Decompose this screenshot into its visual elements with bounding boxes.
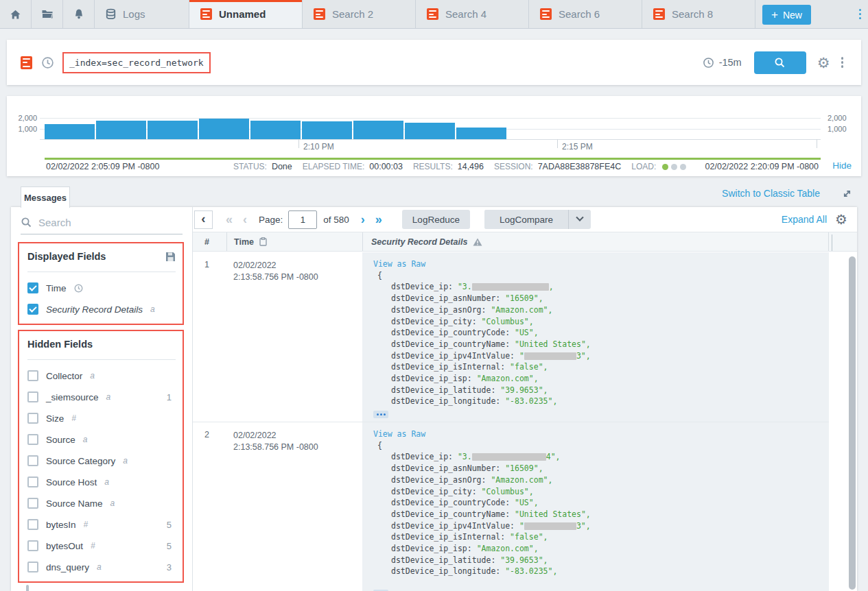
field-checkbox[interactable]: [27, 519, 38, 530]
field-count: 3: [167, 562, 176, 572]
field-checkbox[interactable]: [26, 585, 29, 591]
view-as-raw-link[interactable]: View as Raw: [373, 429, 829, 440]
vertical-scrollbar[interactable]: [849, 256, 856, 590]
document-icon: [314, 8, 325, 20]
hidden-field-row: bytesIn#5: [27, 519, 176, 530]
query-history-icon[interactable]: [41, 56, 54, 69]
x-tick-label: 2:15 PM: [562, 142, 593, 152]
page-number-input[interactable]: [288, 210, 317, 229]
field-search: [21, 217, 183, 234]
redacted-value: [524, 522, 576, 530]
results-pane: ‹ « ‹ Page: of 580 › » LogReduce LogComp…: [193, 207, 857, 591]
column-resize-handle[interactable]: [832, 234, 832, 251]
json-line: dstDevice_ip_isInternal: "false",: [373, 531, 829, 543]
row-json-details: View as Raw{dstDevice_ip: "3.4",dstDevic…: [362, 422, 829, 591]
view-as-raw-link[interactable]: View as Raw: [373, 258, 829, 270]
log-row: 202/02/20222:13:58.756 PM -0800View as R…: [193, 422, 829, 591]
fullscreen-expand-icon[interactable]: [841, 188, 853, 200]
histogram-bar[interactable]: [456, 128, 506, 139]
last-page-icon[interactable]: »: [375, 213, 382, 226]
tab-search-4[interactable]: Search 4: [416, 0, 529, 28]
field-label: Security Record Details: [46, 304, 143, 315]
field-checkbox[interactable]: [27, 434, 38, 445]
tab-label: Search 6: [559, 8, 600, 20]
first-page-icon[interactable]: «: [226, 213, 233, 226]
tab-search-8[interactable]: Search 8: [642, 0, 755, 28]
search-settings-gear-icon[interactable]: ⚙: [817, 56, 830, 70]
histogram-bar[interactable]: [96, 121, 146, 139]
field-checkbox[interactable]: [27, 455, 38, 466]
tab-logs[interactable]: Logs: [95, 0, 189, 28]
histogram-bar[interactable]: [148, 121, 198, 139]
field-type-marker: a: [97, 562, 102, 572]
field-checkbox[interactable]: [27, 477, 38, 487]
json-line: dstDevice_ip_asnNumber: "16509",: [373, 293, 829, 304]
json-line: dstDevice_ip_asnOrg: "Amazon.com",: [373, 474, 829, 486]
home-button[interactable]: [0, 0, 32, 28]
results-label: RESULTS:: [413, 162, 453, 171]
field-search-input[interactable]: [38, 217, 162, 228]
field-checkbox[interactable]: [27, 498, 38, 509]
tab-messages[interactable]: Messages: [21, 186, 70, 208]
collapse-sidebar-button[interactable]: ‹: [194, 210, 213, 229]
field-label: bytesOut: [46, 541, 83, 551]
histogram-bar[interactable]: [353, 121, 403, 139]
prev-page-icon[interactable]: ‹: [243, 213, 247, 226]
field-label: Size: [46, 413, 64, 424]
search-more-options-icon[interactable]: [837, 57, 848, 68]
json-line: dstDevice_ip_countryCode: "US",: [373, 327, 829, 339]
topbar-more-options-icon[interactable]: [855, 0, 866, 28]
column-header-num[interactable]: #: [193, 237, 226, 247]
logreduce-button[interactable]: LogReduce: [402, 210, 470, 229]
save-fields-icon[interactable]: [165, 252, 176, 262]
row-timestamp: 02/02/20222:13:58.756 PM -0800: [226, 422, 362, 591]
histogram-bar[interactable]: [302, 121, 352, 139]
json-line: dstDevice_ip_longitude: "-83.0235",: [373, 566, 829, 577]
displayed-fields-section: Displayed Fields Time Security Record De…: [18, 242, 184, 325]
log-row: 102/02/20222:13:58.756 PM -0800View as R…: [193, 252, 829, 422]
time-range-value: -15m: [719, 57, 742, 68]
tab-unnamed[interactable]: Unnamed: [189, 0, 303, 28]
field-checkbox[interactable]: [27, 370, 38, 381]
table-settings-gear-icon[interactable]: ⚙: [835, 213, 847, 226]
tab-search-6[interactable]: Search 6: [529, 0, 642, 28]
histogram-bar[interactable]: [199, 119, 249, 139]
column-header-details[interactable]: Security Record Details: [362, 232, 829, 251]
folder-button[interactable]: [32, 0, 63, 28]
json-open-brace: {: [373, 440, 829, 452]
new-tab-button[interactable]: + New: [762, 5, 811, 25]
field-checkbox[interactable]: [27, 540, 38, 551]
field-type-marker: a: [110, 498, 115, 508]
bell-icon: [73, 8, 84, 20]
x-tick: [557, 139, 558, 148]
logcompare-button[interactable]: LogCompare: [484, 210, 568, 229]
home-icon: [10, 9, 21, 20]
time-range-selector[interactable]: -15m: [703, 57, 742, 69]
field-checkbox[interactable]: [27, 391, 38, 402]
start-search-button[interactable]: [754, 51, 806, 74]
query-input[interactable]: _index=sec_record_network: [62, 52, 211, 73]
field-checkbox-time[interactable]: [27, 282, 38, 293]
histogram-bar[interactable]: [250, 121, 301, 139]
histogram-bar[interactable]: [45, 124, 95, 139]
field-label: Source: [46, 435, 75, 445]
tab-search-2[interactable]: Search 2: [303, 0, 416, 28]
field-label: _siemsource: [46, 392, 99, 402]
field-label: Time: [46, 283, 67, 293]
page-total: of 580: [323, 215, 349, 225]
field-checkbox[interactable]: [27, 562, 38, 572]
notifications-button[interactable]: [63, 0, 95, 28]
column-header-time[interactable]: Time: [226, 232, 362, 251]
chevron-down-icon: [576, 214, 583, 221]
expand-all-link[interactable]: Expand All: [782, 214, 827, 225]
next-page-icon[interactable]: ›: [361, 213, 365, 226]
show-more-expander[interactable]: [373, 411, 388, 418]
field-checkbox[interactable]: [27, 413, 38, 424]
logcompare-dropdown-button[interactable]: [568, 210, 591, 229]
switch-to-classic-table-link[interactable]: Switch to Classic Table: [722, 188, 820, 199]
field-checkbox-security-record-details[interactable]: [27, 304, 38, 315]
histogram-bar[interactable]: [405, 123, 455, 139]
json-line: dstDevice_ip_isInternal: "false",: [373, 361, 829, 373]
hide-histogram-link[interactable]: Hide: [832, 160, 852, 171]
json-open-brace: {: [373, 270, 829, 282]
